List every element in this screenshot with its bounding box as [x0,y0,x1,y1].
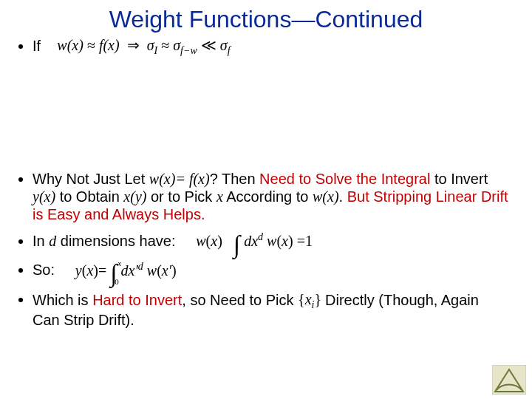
b1-sigf: σ [220,37,228,53]
b5-set: {xi} [298,291,325,307]
b3-int: ∫ [233,234,240,253]
b1-ll: ≪ [201,37,216,53]
b2-yx: y(x) [33,188,55,205]
corner-logo-icon [492,365,526,395]
b2-wx: w(x)= f(x) [149,171,210,187]
b2-p7: . [339,188,347,205]
b2-p4: to Obtain [55,188,123,205]
b4-dsup: d [138,261,143,272]
b3-eq1: =1 [297,233,313,249]
b1-implies: ⇒ [127,37,140,53]
b3-w2: w [267,233,276,249]
b3-dx: dx [244,233,258,249]
b1-sigfw: σ [173,37,180,53]
b3-x2: x [282,233,288,249]
b5-hard: Hard to Invert [92,291,182,307]
slide-title: Weight Functions—Continued [0,0,532,36]
b3-intsym: ∫ [233,237,240,252]
b3-x1: x [211,233,217,249]
b4-y: y [75,262,82,279]
b1-wx: w(x) [57,37,83,53]
b4-p1: So: [33,262,55,278]
b1-sigI: σ [147,37,154,53]
b3-w1: w [196,233,205,249]
b4-int: x ∫ 0 [110,263,117,282]
b5-setx: x [305,291,312,307]
bullet-list: If w(x) ≈ f(x) ⇒ σI ≈ σf−w ≪ σf Why Not … [33,36,532,329]
bullet-4: So: y(x)= x ∫ 0 dx′d w(x′) [33,261,510,281]
b4-intlo: 0 [115,277,119,287]
b5-p1: Which is [33,291,92,307]
b1-lead: If [33,38,41,54]
spacer [33,58,510,161]
b1-formula: w(x) ≈ f(x) ⇒ σI ≈ σf−w ≪ σf [57,37,230,53]
b2-p6: According to [223,188,313,205]
b4-w: w [147,262,157,279]
b4-intup: x [117,259,121,268]
b1-approx2: ≈ [161,37,169,53]
b5-open: { [298,291,305,307]
b2-p5: or to Pick [146,188,216,205]
b2-need: Need to Solve the Integral [259,171,430,187]
b2-p2: ? Then [210,171,259,187]
b3-formula: w(x) ∫ dxd w(x) =1 [196,233,313,249]
b4-dxp: dx′ [121,262,138,279]
b5-close: } [314,291,321,307]
b3-p2: dimensions have: [56,233,175,249]
b2-wx2: w(x) [313,188,339,205]
b2-p1: Why Not Just Let [33,171,149,187]
b4-formula: y(x)= x ∫ 0 dx′d w(x′) [75,262,177,279]
bullet-2: Why Not Just Let w(x)= f(x)? Then Need t… [33,170,510,223]
b1-fx: f(x) [99,37,120,53]
b1-sigI-sub: I [154,45,158,56]
b2-xy: x(y) [123,188,146,205]
b2-p3: to Invert [430,171,488,187]
b4-xp: x′ [162,262,171,279]
b1-sigfw-sub: f−w [180,45,197,56]
b2-x: x [216,188,223,205]
bullet-3: In d dimensions have: w(x) ∫ dxd w(x) =1 [33,232,510,252]
bullet-5: Which is Hard to Invert, so Need to Pick… [33,290,510,330]
b3-d: d [49,233,56,249]
b3-dsup: d [258,232,263,243]
b5-p2: , so Need to Pick [182,291,298,307]
b3-p1: In [33,233,49,249]
b1-approx: ≈ [87,37,95,53]
b1-sigf-sub: f [228,45,231,56]
b4-x: x [86,262,93,279]
bullet-1: If w(x) ≈ f(x) ⇒ σI ≈ σf−w ≪ σf [33,36,510,161]
